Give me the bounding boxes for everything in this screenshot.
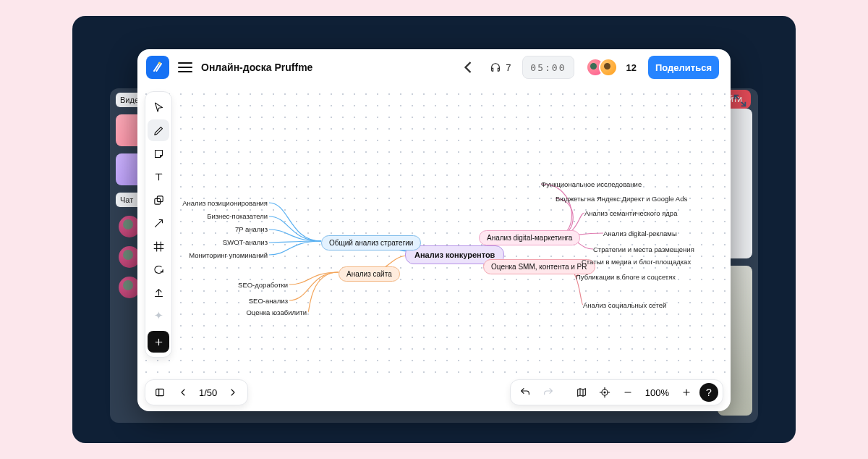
pager-toolbar: 1/50 [145, 379, 248, 405]
canvas[interactable]: ✦ [137, 85, 731, 375]
participants-pill[interactable]: 12 [579, 56, 644, 79]
mindmap-node-strategy[interactable]: Общий анализ стратегии [321, 235, 421, 250]
headphones-icon [490, 62, 501, 73]
mindmap-node-site[interactable]: Анализ сайта [339, 266, 400, 282]
mindmap-leaf[interactable]: Оценка юзабилити [246, 308, 307, 316]
listeners-pill[interactable]: 7 [482, 56, 518, 79]
help-icon[interactable]: ? [699, 383, 718, 402]
mindmap-leaf[interactable]: SEO-доработки [238, 281, 288, 289]
mindmap-leaf[interactable]: Анализ позиционирования [182, 199, 268, 207]
page-indicator: 1/50 [196, 387, 220, 398]
mindmap-leaf[interactable]: Бюджеты на Яндекс.Директ и Google Ads [556, 195, 687, 203]
avatar [599, 58, 618, 77]
participant-avatars [586, 58, 618, 77]
board-window: Онлайн-доска Pruffme 7 05:00 12 Поделить… [137, 49, 731, 411]
mindmap-leaf[interactable]: Стратегии и места размещения [593, 245, 694, 253]
mindmap-leaf[interactable]: Анализ социальных сетей [583, 301, 666, 309]
mindmap-leaf[interactable]: Функциональное исследование [541, 180, 642, 188]
app-logo[interactable] [146, 56, 169, 79]
timer[interactable]: 05:00 [522, 56, 574, 79]
mindmap-leaf[interactable]: Анализ семантического ядра [584, 209, 677, 217]
header: Онлайн-доска Pruffme 7 05:00 12 Поделить… [137, 49, 731, 85]
fullscreen-icon[interactable] [732, 93, 748, 109]
mindmap-leaf[interactable]: Публикации в блоге и соцсетях [576, 273, 676, 281]
svg-point-5 [604, 392, 605, 393]
mindmap-node-smm[interactable]: Оценка SMM, контента и PR [483, 259, 595, 274]
svg-rect-3 [156, 389, 164, 395]
zoom-out-icon[interactable] [618, 382, 638, 403]
mindmap-leaf[interactable]: Мониторинг упоминаний [189, 251, 268, 259]
board-title: Онлайн-доска Pruffme [201, 62, 312, 73]
mindmap-leaf[interactable]: Анализ digital-рекламы [603, 230, 677, 237]
page-next-icon[interactable] [223, 382, 243, 403]
svg-point-0 [158, 62, 161, 64]
mindmap-leaf[interactable]: Бизнес-показатели [207, 212, 268, 220]
page-prev-icon[interactable] [173, 382, 193, 403]
header-controls: 7 05:00 12 Поделиться [455, 53, 722, 82]
share-button[interactable]: Поделиться [648, 56, 719, 79]
undo-icon[interactable] [515, 382, 535, 403]
sidebar-toggle-icon[interactable] [150, 382, 170, 403]
mindmap-leaf[interactable]: 7P анализ [235, 225, 268, 233]
zoom-in-icon[interactable] [676, 382, 697, 403]
mindmap-leaf[interactable]: SWOT-анализ [223, 238, 268, 246]
redo-icon[interactable] [538, 382, 558, 403]
mindmap-node-digital[interactable]: Анализ digital-маркетинга [479, 230, 580, 245]
mindmap: Анализ конкурентов Общий анализ стратеги… [137, 85, 731, 375]
prev-icon[interactable] [458, 56, 478, 79]
locate-icon[interactable] [595, 382, 615, 403]
mindmap-leaf[interactable]: SEO-анализ [249, 297, 288, 305]
listener-count: 7 [506, 62, 511, 73]
map-icon[interactable] [571, 382, 592, 403]
menu-icon[interactable] [176, 59, 194, 76]
outer-shell: 01 Выйти Виде Чат [72, 16, 796, 443]
mindmap-leaf[interactable]: Статьи в медиа и блог-площадках [582, 258, 691, 266]
view-toolbar: 100% ? [510, 379, 723, 405]
participant-count: 12 [626, 62, 637, 73]
zoom-level[interactable]: 100% [641, 387, 673, 398]
